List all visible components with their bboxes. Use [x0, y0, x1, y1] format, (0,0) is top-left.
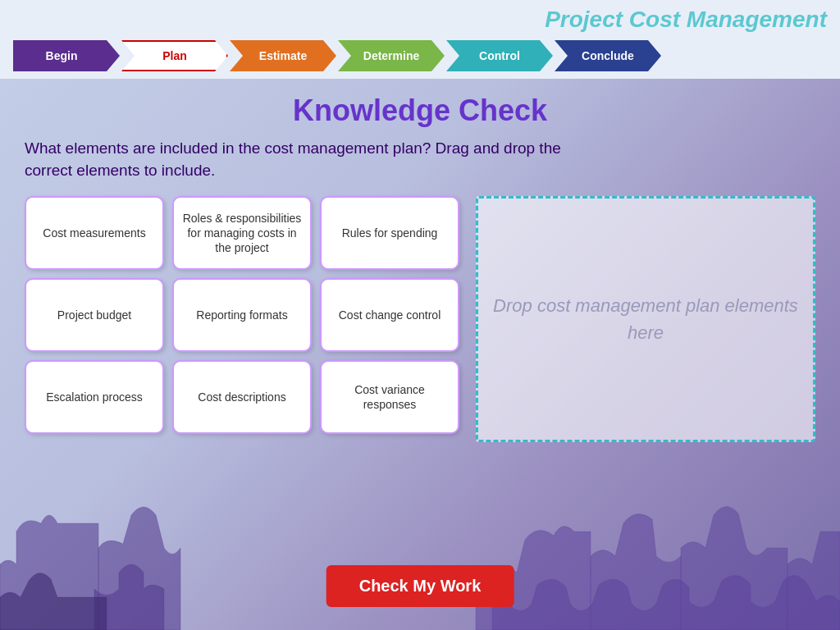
- nav-step-conclude[interactable]: Conclude: [555, 40, 661, 71]
- drag-drop-container: Cost measurements Roles & responsibiliti…: [25, 196, 815, 442]
- nav-step-control[interactable]: Control: [446, 40, 553, 71]
- page-title: Knowledge Check: [25, 94, 815, 128]
- drag-item-cost-change-control[interactable]: Cost change control: [320, 278, 459, 352]
- drag-item-cost-descriptions[interactable]: Cost descriptions: [172, 360, 312, 434]
- navigation-steps: Begin Plan Estimate Determine Control Co…: [13, 38, 827, 74]
- drag-item-escalation-process[interactable]: Escalation process: [25, 360, 164, 434]
- drag-item-rules-spending[interactable]: Rules for spending: [320, 196, 459, 270]
- instruction-text: What elements are included in the cost m…: [25, 138, 582, 181]
- drag-item-roles-responsibilities[interactable]: Roles & responsibilities for managing co…: [172, 196, 312, 270]
- project-title: Project Cost Management: [13, 7, 827, 38]
- drop-zone-placeholder: Drop cost management plan elements here: [478, 292, 813, 346]
- drag-item-project-budget[interactable]: Project budget: [25, 278, 164, 352]
- nav-step-estimate[interactable]: Estimate: [230, 40, 336, 71]
- drag-item-cost-measurements[interactable]: Cost measurements: [25, 196, 164, 270]
- drag-item-cost-variance-responses[interactable]: Cost variance responses: [320, 360, 459, 434]
- check-my-work-button[interactable]: Check My Work: [326, 565, 514, 607]
- main-content: Knowledge Check What elements are includ…: [0, 79, 840, 450]
- top-bar: Project Cost Management Begin Plan Estim…: [0, 0, 840, 79]
- nav-step-determine[interactable]: Determine: [338, 40, 445, 71]
- drag-item-reporting-formats[interactable]: Reporting formats: [172, 278, 312, 352]
- nav-step-begin[interactable]: Begin: [13, 40, 120, 71]
- nav-step-plan[interactable]: Plan: [121, 40, 228, 71]
- items-grid: Cost measurements Roles & responsibiliti…: [25, 196, 459, 434]
- check-button-container: Check My Work: [326, 565, 514, 607]
- drop-zone[interactable]: Drop cost management plan elements here: [476, 196, 815, 442]
